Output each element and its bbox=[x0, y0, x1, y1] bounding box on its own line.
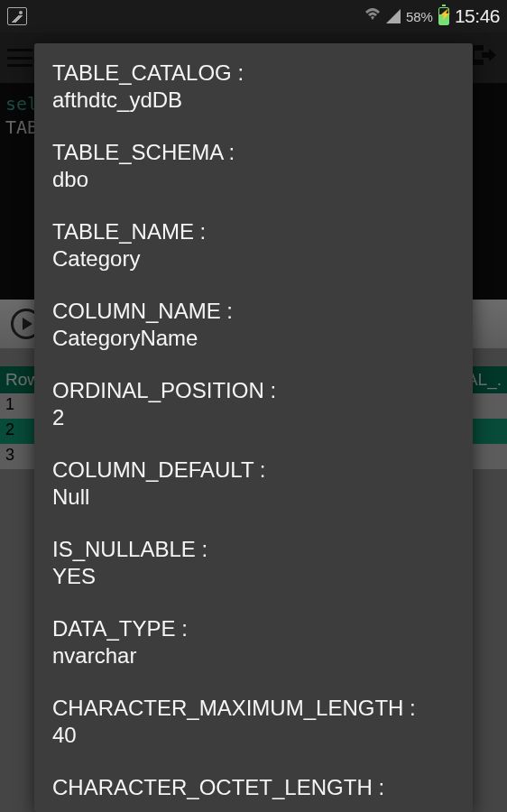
field-group: TABLE_CATALOG :afthdtc_ydDB bbox=[52, 60, 455, 114]
field-label: ORDINAL_POSITION : bbox=[52, 377, 455, 404]
battery-charging-icon bbox=[438, 7, 449, 25]
field-group: IS_NULLABLE :YES bbox=[52, 536, 455, 590]
field-label: CHARACTER_OCTET_LENGTH : bbox=[52, 774, 455, 801]
field-label: CHARACTER_MAXIMUM_LENGTH : bbox=[52, 695, 455, 722]
image-notification-icon bbox=[7, 7, 27, 25]
field-value: CategoryName bbox=[52, 325, 455, 352]
field-label: DATA_TYPE : bbox=[52, 615, 455, 642]
field-group: DATA_TYPE :nvarchar bbox=[52, 615, 455, 669]
field-label: TABLE_NAME : bbox=[52, 218, 455, 245]
field-value: Category bbox=[52, 245, 455, 272]
field-group: CHARACTER_OCTET_LENGTH : bbox=[52, 774, 455, 801]
field-value: nvarchar bbox=[52, 642, 455, 669]
field-value: dbo bbox=[52, 166, 455, 193]
signal-icon bbox=[386, 9, 401, 23]
field-group: CHARACTER_MAXIMUM_LENGTH :40 bbox=[52, 695, 455, 749]
field-group: COLUMN_DEFAULT :Null bbox=[52, 457, 455, 511]
field-value: afthdtc_ydDB bbox=[52, 87, 455, 114]
field-label: COLUMN_NAME : bbox=[52, 298, 455, 325]
clock: 15:46 bbox=[455, 5, 500, 27]
field-group: COLUMN_NAME :CategoryName bbox=[52, 298, 455, 352]
field-label: TABLE_CATALOG : bbox=[52, 60, 455, 87]
status-bar: 58% 15:46 bbox=[0, 0, 507, 32]
field-value: YES bbox=[52, 563, 455, 590]
wifi-icon bbox=[364, 7, 381, 25]
field-group: TABLE_SCHEMA :dbo bbox=[52, 139, 455, 193]
field-group: ORDINAL_POSITION :2 bbox=[52, 377, 455, 431]
field-group: TABLE_NAME :Category bbox=[52, 218, 455, 272]
field-label: TABLE_SCHEMA : bbox=[52, 139, 455, 166]
field-value: Null bbox=[52, 484, 455, 511]
field-label: IS_NULLABLE : bbox=[52, 536, 455, 563]
field-label: COLUMN_DEFAULT : bbox=[52, 457, 455, 484]
field-value: 2 bbox=[52, 404, 455, 431]
field-value: 40 bbox=[52, 722, 455, 749]
battery-percentage: 58% bbox=[406, 9, 433, 24]
column-details-dialog[interactable]: TABLE_CATALOG :afthdtc_ydDBTABLE_SCHEMA … bbox=[34, 43, 473, 812]
